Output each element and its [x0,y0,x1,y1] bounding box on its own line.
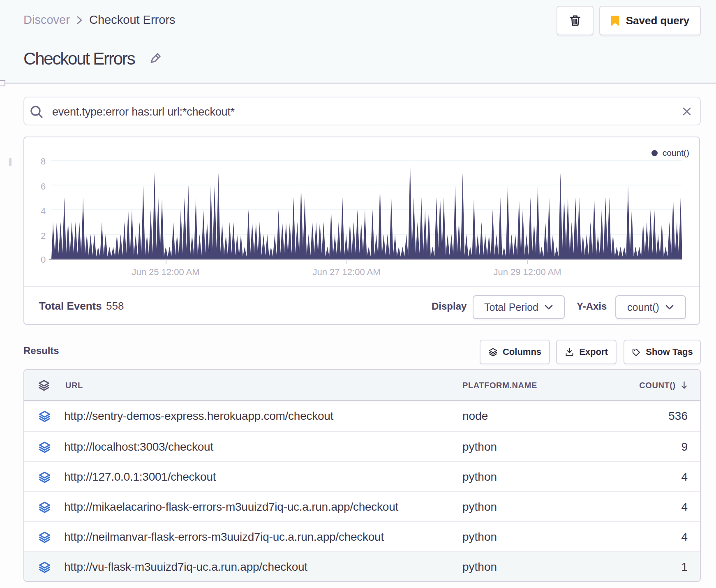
svg-text:0: 0 [41,255,46,265]
svg-text:8: 8 [41,156,46,167]
svg-text:4: 4 [41,206,46,216]
svg-text:Jun 27 12:00 AM: Jun 27 12:00 AM [312,267,380,277]
svg-text:Jun 25 12:00 AM: Jun 25 12:00 AM [132,267,199,277]
svg-text:Jun 29 12:00 AM: Jun 29 12:00 AM [493,267,561,277]
svg-text:2: 2 [41,231,46,241]
svg-text:6: 6 [41,181,46,192]
